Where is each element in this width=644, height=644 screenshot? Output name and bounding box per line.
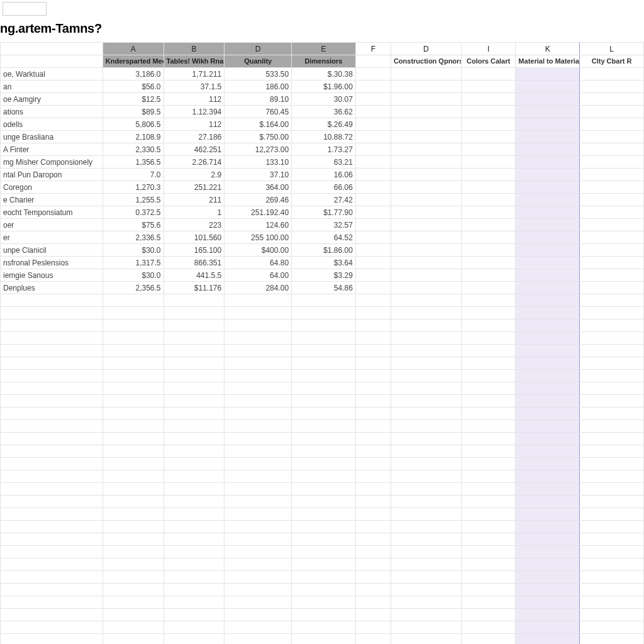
data-cell[interactable] xyxy=(355,68,391,80)
empty-cell[interactable] xyxy=(355,345,391,357)
empty-cell[interactable] xyxy=(103,634,164,645)
data-cell[interactable]: 37.10 xyxy=(225,169,292,181)
data-cell[interactable] xyxy=(391,244,461,257)
data-cell[interactable] xyxy=(516,169,580,181)
empty-cell[interactable] xyxy=(225,596,292,609)
data-cell[interactable] xyxy=(516,194,580,206)
data-cell[interactable]: 89.10 xyxy=(225,93,292,106)
row-label-cell[interactable]: eocht Temponsiatum xyxy=(1,206,103,219)
data-cell[interactable] xyxy=(580,206,644,219)
empty-cell[interactable] xyxy=(391,445,461,458)
empty-cell[interactable] xyxy=(292,345,356,357)
row-label-cell[interactable]: unpe Clanicil xyxy=(1,244,103,257)
row-label-cell[interactable]: A Finter xyxy=(1,143,103,156)
empty-cell[interactable] xyxy=(1,445,103,458)
empty-cell[interactable] xyxy=(461,433,516,445)
empty-cell[interactable] xyxy=(580,307,644,319)
empty-cell[interactable] xyxy=(292,584,356,596)
empty-cell[interactable] xyxy=(103,332,164,345)
empty-cell[interactable] xyxy=(516,357,580,370)
empty-cell[interactable] xyxy=(516,533,580,546)
data-cell[interactable]: $56.0 xyxy=(103,80,164,93)
empty-cell[interactable] xyxy=(164,433,225,445)
empty-cell[interactable] xyxy=(103,596,164,609)
data-cell[interactable]: 3,186.0 xyxy=(103,68,164,80)
data-cell[interactable]: $75.6 xyxy=(103,219,164,231)
column-letter[interactable]: E xyxy=(292,43,356,55)
empty-cell[interactable] xyxy=(292,395,356,408)
empty-cell[interactable] xyxy=(225,533,292,546)
empty-cell[interactable] xyxy=(355,458,391,470)
empty-cell[interactable] xyxy=(355,558,391,571)
empty-cell[interactable] xyxy=(164,395,225,408)
data-cell[interactable]: 27.186 xyxy=(164,131,225,143)
data-cell[interactable]: 54.86 xyxy=(292,282,356,294)
empty-cell[interactable] xyxy=(391,584,461,596)
data-cell[interactable]: 64.52 xyxy=(292,231,356,244)
empty-cell[interactable] xyxy=(580,345,644,357)
data-cell[interactable] xyxy=(355,206,391,219)
empty-cell[interactable] xyxy=(580,319,644,332)
empty-cell[interactable] xyxy=(355,546,391,558)
empty-cell[interactable] xyxy=(461,521,516,533)
empty-cell[interactable] xyxy=(516,470,580,483)
data-cell[interactable] xyxy=(580,269,644,282)
empty-cell[interactable] xyxy=(461,420,516,433)
empty-cell[interactable] xyxy=(461,307,516,319)
row-label-cell[interactable]: unge Brasliana xyxy=(1,131,103,143)
empty-cell[interactable] xyxy=(461,357,516,370)
empty-cell[interactable] xyxy=(225,408,292,420)
empty-cell[interactable] xyxy=(1,621,103,634)
empty-cell[interactable] xyxy=(103,319,164,332)
empty-cell[interactable] xyxy=(391,508,461,521)
empty-cell[interactable] xyxy=(1,470,103,483)
empty-cell[interactable] xyxy=(461,294,516,307)
data-cell[interactable] xyxy=(355,194,391,206)
empty-cell[interactable] xyxy=(580,521,644,533)
row-label-cell[interactable]: odells xyxy=(1,118,103,131)
empty-cell[interactable] xyxy=(391,382,461,395)
empty-cell[interactable] xyxy=(355,445,391,458)
data-cell[interactable] xyxy=(580,143,644,156)
empty-cell[interactable] xyxy=(580,533,644,546)
empty-cell[interactable] xyxy=(292,621,356,634)
column-letter[interactable]: D xyxy=(391,43,461,55)
empty-cell[interactable] xyxy=(516,370,580,382)
empty-cell[interactable] xyxy=(580,370,644,382)
data-cell[interactable] xyxy=(580,181,644,194)
row-label-cell[interactable]: oe Aamgiry xyxy=(1,93,103,106)
data-cell[interactable]: 7.0 xyxy=(103,169,164,181)
empty-cell[interactable] xyxy=(516,584,580,596)
empty-cell[interactable] xyxy=(516,395,580,408)
data-cell[interactable]: 1.73.27 xyxy=(292,143,356,156)
data-cell[interactable] xyxy=(461,282,516,294)
empty-cell[interactable] xyxy=(391,345,461,357)
empty-cell[interactable] xyxy=(461,319,516,332)
empty-cell[interactable] xyxy=(391,558,461,571)
empty-cell[interactable] xyxy=(461,609,516,621)
data-cell[interactable] xyxy=(391,131,461,143)
empty-cell[interactable] xyxy=(292,408,356,420)
empty-cell[interactable] xyxy=(461,496,516,508)
data-cell[interactable]: 1.12.394 xyxy=(164,106,225,118)
empty-cell[interactable] xyxy=(292,634,356,645)
empty-cell[interactable] xyxy=(580,382,644,395)
data-cell[interactable]: 2.9 xyxy=(164,169,225,181)
empty-cell[interactable] xyxy=(355,433,391,445)
data-cell[interactable] xyxy=(461,181,516,194)
empty-cell[interactable] xyxy=(103,345,164,357)
empty-cell[interactable] xyxy=(516,634,580,645)
empty-cell[interactable] xyxy=(1,584,103,596)
empty-cell[interactable] xyxy=(103,571,164,584)
data-cell[interactable]: 255 100.00 xyxy=(225,231,292,244)
empty-cell[interactable] xyxy=(164,508,225,521)
empty-cell[interactable] xyxy=(164,294,225,307)
data-cell[interactable] xyxy=(355,93,391,106)
empty-cell[interactable] xyxy=(164,634,225,645)
empty-cell[interactable] xyxy=(391,458,461,470)
empty-cell[interactable] xyxy=(103,420,164,433)
data-cell[interactable]: $.750.00 xyxy=(225,131,292,143)
empty-cell[interactable] xyxy=(164,357,225,370)
empty-cell[interactable] xyxy=(103,395,164,408)
row-label-cell[interactable]: oe, Warktual xyxy=(1,68,103,80)
